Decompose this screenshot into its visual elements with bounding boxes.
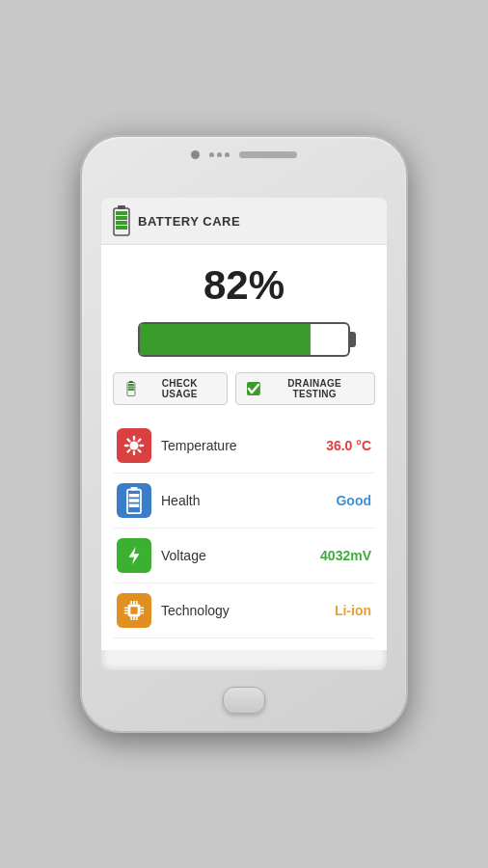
- speaker-dot-3: [225, 152, 230, 157]
- svg-rect-9: [128, 387, 134, 389]
- svg-rect-23: [129, 494, 140, 498]
- check-usage-button[interactable]: CHECK USAGE: [113, 372, 228, 405]
- svg-point-12: [129, 441, 138, 449]
- info-row: Voltage4032mV: [113, 529, 375, 583]
- battery-percentage-display: 82%: [203, 262, 285, 309]
- stat-label-battery: Health: [161, 493, 336, 508]
- svg-rect-3: [116, 216, 127, 220]
- stat-value-sun: 36.0 °C: [326, 438, 371, 453]
- phone-frame: BATTERY CARE 82% CHECK US: [80, 135, 408, 733]
- stat-label-chip: Technology: [161, 603, 335, 618]
- drainage-label: DRAINAGE TESTING: [264, 378, 365, 399]
- stat-icon-sun: [117, 428, 151, 463]
- battery-bar-fill: [140, 324, 311, 355]
- check-usage-label: CHECK USAGE: [143, 378, 217, 399]
- svg-rect-8: [128, 384, 134, 386]
- stat-value-battery: Good: [336, 493, 371, 508]
- speaker-dot-2: [217, 152, 222, 157]
- svg-rect-4: [116, 221, 127, 225]
- speaker-dots: [209, 152, 230, 157]
- battery-bar-container: [138, 322, 350, 357]
- phone-screen: BATTERY CARE 82% CHECK US: [101, 198, 387, 670]
- phone-top-bar: [191, 150, 297, 159]
- app-title: BATTERY CARE: [138, 214, 240, 229]
- svg-rect-22: [131, 487, 138, 491]
- speaker-dot-1: [209, 152, 214, 157]
- svg-marker-26: [129, 547, 140, 564]
- svg-rect-7: [129, 381, 133, 383]
- app-header: BATTERY CARE: [101, 198, 387, 245]
- svg-rect-5: [116, 226, 127, 230]
- stat-label-sun: Temperature: [161, 438, 326, 453]
- svg-rect-2: [116, 211, 127, 215]
- svg-rect-25: [129, 504, 140, 508]
- speaker-bar: [239, 151, 297, 158]
- stat-value-chip: Li-ion: [335, 603, 371, 618]
- home-button[interactable]: [223, 687, 265, 714]
- stat-value-bolt: 4032mV: [320, 548, 371, 563]
- svg-line-20: [127, 449, 129, 451]
- svg-line-19: [138, 439, 140, 441]
- svg-line-18: [138, 449, 140, 451]
- svg-line-17: [127, 439, 129, 441]
- battery-icon-header: [113, 205, 130, 236]
- drainage-icon: [246, 381, 261, 396]
- check-usage-icon: [123, 381, 139, 396]
- svg-rect-1: [118, 205, 125, 209]
- svg-rect-24: [129, 499, 140, 502]
- stat-label-bolt: Voltage: [161, 548, 320, 563]
- info-row: TechnologyLi-ion: [113, 583, 375, 638]
- stat-icon-chip: [117, 593, 151, 628]
- app-content: 82% CHECK USAGE: [101, 245, 387, 650]
- stat-icon-battery: [117, 483, 151, 518]
- buttons-row: CHECK USAGE DRAINAGE TESTING: [113, 372, 375, 405]
- info-row: Temperature36.0 °C: [113, 419, 375, 474]
- stat-icon-bolt: [117, 538, 151, 573]
- info-row: HealthGood: [113, 474, 375, 529]
- drainage-testing-button[interactable]: DRAINAGE TESTING: [235, 372, 375, 405]
- info-table: Temperature36.0 °C HealthGood Voltage403…: [113, 419, 375, 638]
- svg-rect-10: [128, 389, 134, 391]
- camera-dot: [191, 150, 200, 159]
- svg-rect-28: [130, 607, 137, 613]
